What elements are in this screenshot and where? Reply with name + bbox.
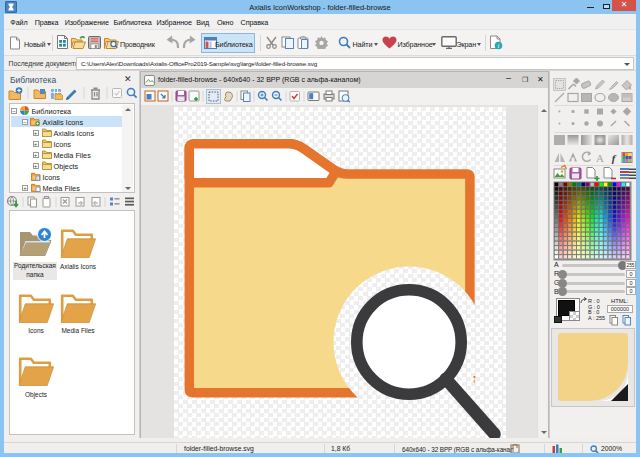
svg-text:i: i bbox=[498, 42, 500, 49]
svg-text:i: i bbox=[37, 176, 38, 181]
